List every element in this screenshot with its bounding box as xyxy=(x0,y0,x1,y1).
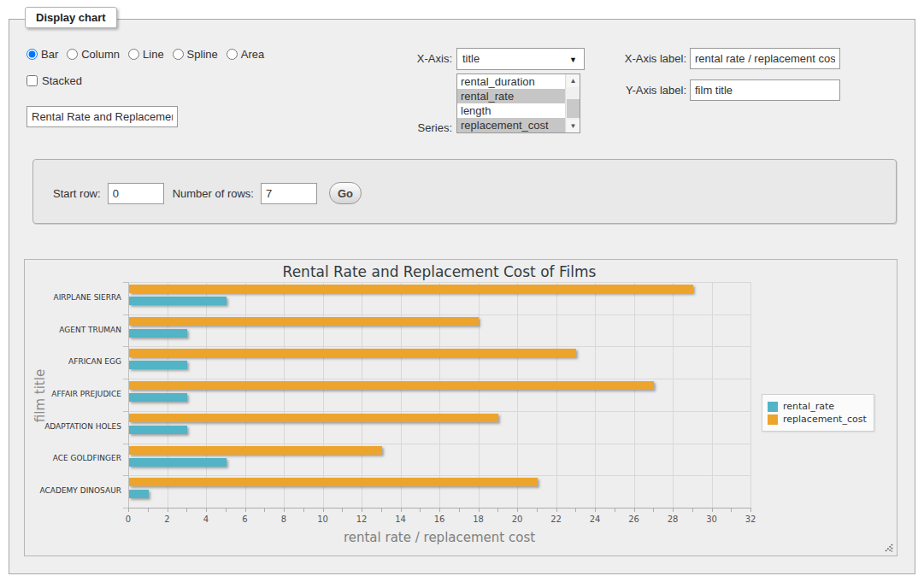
x-tick-label: 32 xyxy=(738,514,763,524)
chart-type-label: Spline xyxy=(187,48,218,61)
x-axis-tick xyxy=(439,509,440,512)
gridline-vertical xyxy=(556,282,557,508)
x-tick-label: 0 xyxy=(115,514,141,524)
x-axis-tick xyxy=(634,509,635,512)
x-tick-label: 4 xyxy=(193,514,219,524)
x-axis-tick xyxy=(537,509,538,512)
x-axis-tick xyxy=(479,509,480,512)
chart-type-label: Bar xyxy=(41,48,58,61)
series-option-length[interactable]: length xyxy=(457,103,565,118)
stacked-label: Stacked xyxy=(42,74,82,87)
x-tick-label: 24 xyxy=(582,514,608,524)
x-axis-tick xyxy=(615,509,615,512)
category-label: ACE GOLDFINGER xyxy=(25,454,121,462)
gridline-horizontal xyxy=(128,444,750,444)
chart-type-radio-area[interactable] xyxy=(227,49,238,60)
num-rows-input[interactable] xyxy=(261,183,317,204)
x-axis-tick xyxy=(420,509,421,512)
bar-rental_rate xyxy=(129,490,149,498)
x-axis-tick xyxy=(381,509,382,512)
x-axis-tick xyxy=(517,509,518,512)
gridline-vertical xyxy=(362,282,362,508)
bar-rental_rate xyxy=(129,297,227,305)
legend-label: replacement_cost xyxy=(783,414,867,425)
gridline-vertical xyxy=(439,282,440,508)
gridline-vertical xyxy=(517,282,518,508)
bar-replacement_cost xyxy=(129,446,382,455)
chart-type-radio-column[interactable] xyxy=(67,49,78,60)
chart-type-option-area: Area xyxy=(227,48,264,61)
series-option-replacement_cost[interactable]: replacement_cost xyxy=(457,118,565,132)
x-tick-label: 12 xyxy=(349,514,374,524)
x-axis-tick xyxy=(284,509,285,512)
scrollbar-thumb[interactable] xyxy=(567,99,580,118)
chart-container: Rental Rate and Replacement Cost of Film… xyxy=(24,259,898,556)
stacked-checkbox[interactable] xyxy=(26,75,38,86)
x-axis-tick xyxy=(226,509,227,512)
chart-type-radio-group: BarColumnLineSplineArea xyxy=(26,48,273,61)
chart-type-label: Area xyxy=(241,48,264,61)
chart-type-radio-line[interactable] xyxy=(128,49,139,60)
series-option-rental_duration[interactable]: rental_duration xyxy=(457,74,565,89)
series-scrollbar[interactable]: ▲ ▼ xyxy=(565,74,580,132)
chart-title: Rental Rate and Replacement Cost of Film… xyxy=(128,263,750,280)
bar-replacement_cost xyxy=(129,478,538,486)
bar-replacement_cost xyxy=(129,414,498,422)
display-chart-legend: Display chart xyxy=(25,7,117,28)
x-axis-tick xyxy=(323,509,324,512)
x-axis-tick xyxy=(168,509,168,512)
gridline-vertical xyxy=(595,282,596,508)
start-row-input[interactable] xyxy=(108,183,164,204)
x-axis-tick xyxy=(186,509,187,512)
bar-replacement_cost xyxy=(129,285,693,293)
x-axis-tick xyxy=(653,509,654,512)
x-tick-label: 6 xyxy=(232,514,258,524)
gridline-vertical xyxy=(634,282,635,508)
gridline-vertical xyxy=(206,282,207,508)
chevron-down-icon: ▼ xyxy=(569,49,577,71)
gridline-vertical xyxy=(479,282,480,508)
x-tick-label: 22 xyxy=(544,514,569,524)
gridline-vertical xyxy=(673,282,674,508)
x-tick-label: 8 xyxy=(271,514,297,524)
category-label: ACADEMY DINOSAUR xyxy=(25,486,121,495)
x-tick-label: 2 xyxy=(155,514,180,524)
category-label: AIRPLANE SIERRA xyxy=(25,293,121,302)
go-button[interactable]: Go xyxy=(329,182,362,204)
gridline-vertical xyxy=(284,282,285,508)
chart-type-option-bar: Bar xyxy=(26,48,58,61)
category-label: AFRICAN EGG xyxy=(25,357,121,366)
series-option-rental_rate[interactable]: rental_rate xyxy=(457,89,565,103)
legend-label: rental_rate xyxy=(783,401,834,412)
x-axis-selected-value: title xyxy=(462,52,480,65)
x-axis-tick xyxy=(303,509,304,512)
x-tick-label: 16 xyxy=(427,514,452,524)
x-axis-tick xyxy=(750,509,751,512)
chart-type-option-spline: Spline xyxy=(173,48,218,61)
scroll-up-icon[interactable]: ▲ xyxy=(567,74,580,87)
legend-item-replacement_cost[interactable]: replacement_cost xyxy=(768,414,867,425)
legend-swatch xyxy=(768,402,778,412)
chart-type-radio-spline[interactable] xyxy=(173,49,184,60)
chart-title-input[interactable] xyxy=(26,106,178,127)
series-listbox[interactable]: rental_durationrental_ratelengthreplacem… xyxy=(456,73,580,133)
x-tick-label: 18 xyxy=(466,514,491,524)
chart-type-radio-bar[interactable] xyxy=(26,49,38,60)
x-axis-select[interactable]: title ▼ xyxy=(456,48,585,70)
bar-rental_rate xyxy=(129,426,187,434)
gridline-vertical xyxy=(323,282,324,508)
gridline-vertical xyxy=(712,282,713,508)
y-axis-label-input[interactable] xyxy=(690,79,840,101)
legend-item-rental_rate[interactable]: rental_rate xyxy=(768,401,867,412)
x-axis-label-input[interactable] xyxy=(690,48,840,69)
stacked-row: Stacked xyxy=(26,74,82,87)
rows-panel: Start row: Number of rows: Go xyxy=(32,159,897,224)
gridline-horizontal xyxy=(128,411,750,412)
start-row-label: Start row: xyxy=(53,187,101,200)
y-axis-title: film title xyxy=(32,368,48,423)
bar-replacement_cost xyxy=(129,381,654,390)
bar-rental_rate xyxy=(129,329,187,338)
scroll-down-icon[interactable]: ▼ xyxy=(567,120,580,132)
x-axis-tick xyxy=(245,509,246,512)
resize-handle-icon[interactable] xyxy=(882,541,893,552)
